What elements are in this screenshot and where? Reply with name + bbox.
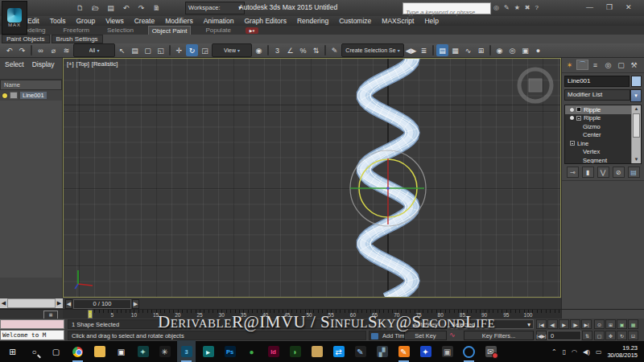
scroll-down-arrow[interactable]: ▼ [632,156,641,163]
schematic-view[interactable]: ⊞ ▾ [475,44,487,56]
separator[interactable]: ▾ [432,45,434,56]
mirror[interactable]: ◀▶ ▾ [405,44,417,56]
open-file-button[interactable]: 🗁 [89,2,101,14]
expand-box-icon[interactable] [576,116,581,121]
search-communication-icon[interactable]: ◎ [493,4,499,11]
ribbon-media-icon[interactable]: ▶▾ [246,27,258,34]
separator[interactable]: ▾ [267,45,269,56]
rectangular-selection-region[interactable]: ▢ ▾ [142,44,154,56]
render-production[interactable]: ● ▾ [532,44,544,56]
render-setup[interactable]: ◎ ▾ [506,44,518,56]
orbit-button[interactable]: ↻ [617,331,627,340]
modifier-stack-row[interactable]: Segment [565,156,632,164]
zoom-extents-button[interactable]: ▣ [617,319,627,329]
time-slider[interactable]: ◀ 0 / 100 ▶ [64,298,561,310]
file-explorer-icon[interactable] [93,343,105,360]
scroll-right-arrow[interactable]: ▶ [56,298,63,308]
configure-modifier-sets-button[interactable]: ▤ [628,167,640,178]
minimize-button[interactable]: — [586,3,593,11]
rendered-frame-window[interactable]: ▣ ▾ [519,44,531,56]
separator[interactable]: ▾ [489,45,491,56]
curve-editor[interactable]: ∿ ▾ [462,44,474,56]
modifier-bulb-icon[interactable] [570,108,574,112]
macro-recorder-box[interactable] [0,319,64,329]
save-file-button[interactable]: ▤ [105,2,117,14]
ribbon-tab[interactable]: Object Paint [148,26,192,35]
selection-filter-dropdown[interactable]: All ▾ [73,43,115,57]
maxscript-mini-listener[interactable]: Welcome to M [0,330,64,340]
green-circle-app-icon[interactable]: ● [246,343,258,360]
ribbon-subtab[interactable]: Brush Settings [52,35,103,43]
paint-app-icon[interactable]: ✎ [354,343,366,360]
gray-app-icon[interactable]: ▞ [376,343,388,360]
key-mode-toggle[interactable]: |◀▶| [536,331,547,340]
go-to-end-button[interactable]: ▶| [581,319,592,329]
align[interactable]: ≣ ▾ [418,44,430,56]
select-object[interactable]: ↖ ▾ [116,44,128,56]
scene-object-row[interactable]: Line001 [0,90,62,101]
spinner-snap-toggle[interactable]: ⇅ ▾ [310,44,322,56]
box-app-icon[interactable]: ▣ [441,343,453,360]
material-editor[interactable]: ◉ ▾ [493,44,506,56]
frame-spinner[interactable]: ⇅ [582,331,592,340]
modifier-stack-row[interactable]: Center [565,131,632,140]
object-color-swatch[interactable] [631,76,642,87]
wifi-icon[interactable]: ◠ [572,348,577,356]
go-to-start-button[interactable]: |◀ [536,319,547,329]
separator[interactable]: ▾ [324,45,326,56]
maximize-button[interactable]: ❐ [606,3,613,11]
ribbon-tab[interactable]: Selection [104,26,137,35]
scene-explorer-menu[interactable]: Display [32,60,55,68]
window-crossing-toggle[interactable]: ◱ ▾ [155,44,167,56]
select-and-move[interactable]: ✛ ▾ [173,44,185,56]
modifier-stack-row[interactable]: Gizmo [565,122,632,131]
separator[interactable]: ▾ [31,45,32,56]
select-and-link[interactable]: ∞ ▾ [35,44,47,56]
menu-item[interactable]: Create [134,17,155,25]
dark-app-icon[interactable]: ✳ [159,343,171,360]
viewport-label[interactable]: [Realistic] [92,60,118,68]
make-unique-button[interactable]: ⋁ [597,167,609,178]
toggle-layer-explorer[interactable]: ▤ ▾ [436,44,448,56]
scene-explorer-empty-area[interactable] [0,101,62,278]
zoom-button[interactable]: ⊙ [594,319,605,329]
menu-item[interactable]: Animation [204,17,234,25]
zoom-region-button[interactable]: ▢ [594,331,605,340]
expand-box-icon[interactable] [570,141,575,146]
close-button[interactable]: ✕ [625,3,632,11]
modifier-stack-row[interactable]: Ripple [565,105,632,114]
reference-coordinate-system-dropdown[interactable]: View ▾ [212,43,252,57]
photoshop-icon[interactable]: Ps [224,343,236,360]
menu-item[interactable]: Modifiers [165,17,192,25]
menu-item[interactable]: Views [105,17,124,25]
zoom-all-button[interactable]: ⊞ [605,319,616,329]
scene-explorer-menu[interactable]: Select [5,60,24,68]
ribbon-tab[interactable]: Populate [202,26,234,35]
name-column-header[interactable]: Name [0,80,62,90]
scroll-up-arrow[interactable]: ▲ [632,105,641,113]
object-name-field[interactable]: Line001 [564,76,630,87]
angle-snap-toggle[interactable]: ∠ ▾ [284,44,296,56]
zoom-extents-all-button[interactable]: ▦ [628,319,638,329]
blue-app-icon[interactable]: ✦ [419,343,431,360]
modifier-stack-row[interactable]: Line [565,139,632,148]
expand-box-icon[interactable] [576,107,581,112]
unlink-selection[interactable]: ⌀ ▾ [47,44,60,56]
next-frame-button[interactable]: |▶ [570,319,580,329]
next-frame-arrow[interactable]: ▶ [132,299,139,309]
time-slider-handle[interactable]: 0 / 100 [73,299,131,309]
files-app-icon[interactable] [311,343,323,360]
undo-button[interactable]: ↶ [120,2,132,14]
redo[interactable]: ↷ ▾ [16,44,28,56]
application-menu-button[interactable]: MAX [2,1,27,35]
scene-explorer-hscrollbar[interactable]: ◀ ▶ [0,298,63,308]
menu-item[interactable]: Graph Editors [244,17,286,25]
new-scene-button[interactable]: 🗋 [74,2,86,14]
menu-item[interactable]: Group [76,17,96,25]
previous-frame-button[interactable]: ◀| [547,319,558,329]
separator[interactable]: ▾ [169,45,171,56]
menu-item[interactable]: MAXScript [382,17,414,25]
windows-store-icon[interactable]: ▣ [115,343,127,360]
viewport-top[interactable]: [+][Top][Realistic] [63,58,561,298]
utilities-tab[interactable]: ⚒ [628,60,640,70]
